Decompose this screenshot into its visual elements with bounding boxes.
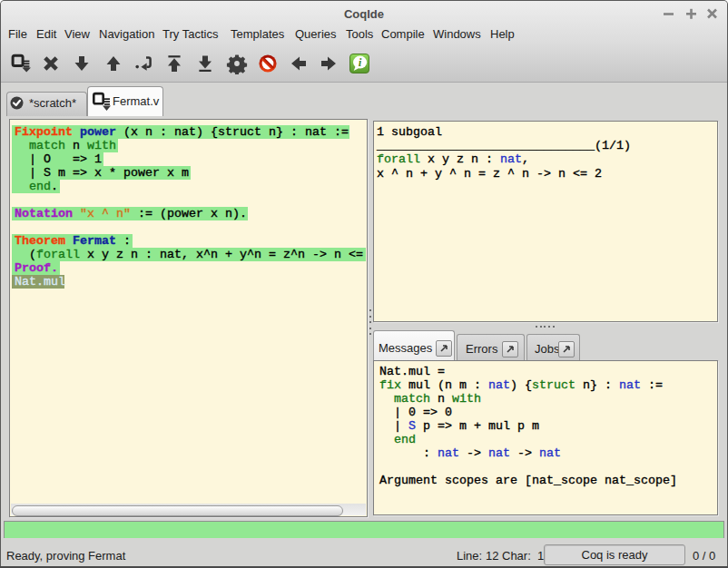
svg-text:i: i <box>359 55 362 69</box>
